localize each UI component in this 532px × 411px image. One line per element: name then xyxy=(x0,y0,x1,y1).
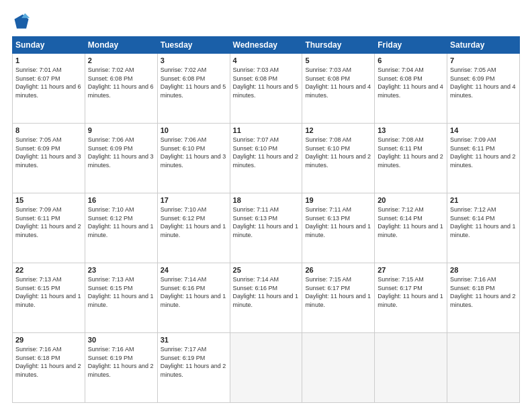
calendar-cell: 31 Sunrise: 7:17 AMSunset: 6:19 PMDaylig… xyxy=(157,333,230,403)
day-number: 17 xyxy=(161,196,227,204)
calendar-cell: 26 Sunrise: 7:15 AMSunset: 6:17 PMDaylig… xyxy=(302,263,375,333)
dow-saturday: Saturday xyxy=(447,37,520,54)
calendar-cell xyxy=(447,333,520,403)
day-info: Sunrise: 7:09 AMSunset: 6:11 PMDaylight:… xyxy=(450,136,516,169)
calendar-cell: 3 Sunrise: 7:02 AMSunset: 6:08 PMDayligh… xyxy=(157,54,230,124)
day-info: Sunrise: 7:06 AMSunset: 6:09 PMDaylight:… xyxy=(88,136,154,169)
calendar-cell: 9 Sunrise: 7:06 AMSunset: 6:09 PMDayligh… xyxy=(85,124,157,193)
day-number: 4 xyxy=(233,56,300,64)
day-info: Sunrise: 7:10 AMSunset: 6:12 PMDaylight:… xyxy=(161,206,226,238)
day-number: 31 xyxy=(161,336,227,344)
day-number: 27 xyxy=(378,266,444,274)
calendar-cell: 18 Sunrise: 7:11 AMSunset: 6:13 PMDaylig… xyxy=(230,193,302,263)
day-info: Sunrise: 7:15 AMSunset: 6:17 PMDaylight:… xyxy=(378,276,443,308)
day-info: Sunrise: 7:15 AMSunset: 6:17 PMDaylight:… xyxy=(305,276,371,308)
day-info: Sunrise: 7:03 AMSunset: 6:08 PMDaylight:… xyxy=(233,66,299,99)
day-info: Sunrise: 7:14 AMSunset: 6:16 PMDaylight:… xyxy=(233,276,299,308)
day-number: 25 xyxy=(233,266,300,274)
day-info: Sunrise: 7:02 AMSunset: 6:08 PMDaylight:… xyxy=(88,66,154,99)
logo-icon xyxy=(12,12,31,31)
day-number: 12 xyxy=(305,126,371,134)
day-number: 13 xyxy=(378,126,444,134)
day-number: 24 xyxy=(161,266,227,274)
dow-monday: Monday xyxy=(85,37,157,54)
day-number: 28 xyxy=(450,266,517,274)
calendar-cell: 1 Sunrise: 7:01 AMSunset: 6:07 PMDayligh… xyxy=(13,54,85,124)
day-number: 18 xyxy=(233,196,300,204)
calendar-cell: 4 Sunrise: 7:03 AMSunset: 6:08 PMDayligh… xyxy=(230,54,302,124)
calendar-cell: 15 Sunrise: 7:09 AMSunset: 6:11 PMDaylig… xyxy=(13,193,85,263)
calendar-cell: 13 Sunrise: 7:08 AMSunset: 6:11 PMDaylig… xyxy=(375,124,447,193)
day-number: 23 xyxy=(88,266,154,274)
calendar-week-1: 8 Sunrise: 7:05 AMSunset: 6:09 PMDayligh… xyxy=(13,124,520,193)
calendar-cell: 12 Sunrise: 7:08 AMSunset: 6:10 PMDaylig… xyxy=(302,124,375,193)
day-number: 20 xyxy=(378,196,444,204)
dow-sunday: Sunday xyxy=(13,37,85,54)
calendar-table: SundayMondayTuesdayWednesdayThursdayFrid… xyxy=(12,36,520,403)
calendar-cell: 20 Sunrise: 7:12 AMSunset: 6:14 PMDaylig… xyxy=(375,193,447,263)
day-info: Sunrise: 7:08 AMSunset: 6:10 PMDaylight:… xyxy=(305,136,371,169)
calendar-cell: 14 Sunrise: 7:09 AMSunset: 6:11 PMDaylig… xyxy=(447,124,520,193)
day-number: 16 xyxy=(88,196,154,204)
dow-friday: Friday xyxy=(375,37,447,54)
day-number: 10 xyxy=(161,126,227,134)
calendar-cell: 29 Sunrise: 7:16 AMSunset: 6:18 PMDaylig… xyxy=(13,333,85,403)
day-info: Sunrise: 7:16 AMSunset: 6:18 PMDaylight:… xyxy=(15,346,81,378)
day-info: Sunrise: 7:09 AMSunset: 6:11 PMDaylight:… xyxy=(15,206,81,238)
day-number: 3 xyxy=(161,56,227,64)
day-info: Sunrise: 7:07 AMSunset: 6:10 PMDaylight:… xyxy=(233,136,299,169)
calendar-cell: 28 Sunrise: 7:16 AMSunset: 6:18 PMDaylig… xyxy=(447,263,520,333)
page: SundayMondayTuesdayWednesdayThursdayFrid… xyxy=(0,0,532,411)
day-info: Sunrise: 7:03 AMSunset: 6:08 PMDaylight:… xyxy=(305,66,371,99)
day-info: Sunrise: 7:12 AMSunset: 6:14 PMDaylight:… xyxy=(450,206,516,238)
day-number: 9 xyxy=(88,126,154,134)
day-of-week-header: SundayMondayTuesdayWednesdayThursdayFrid… xyxy=(13,37,520,54)
day-number: 30 xyxy=(88,336,154,344)
day-number: 6 xyxy=(378,56,444,64)
day-number: 21 xyxy=(450,196,517,204)
day-number: 14 xyxy=(450,126,517,134)
calendar-cell: 10 Sunrise: 7:06 AMSunset: 6:10 PMDaylig… xyxy=(157,124,230,193)
day-number: 15 xyxy=(15,196,82,204)
day-number: 1 xyxy=(15,56,82,64)
day-number: 29 xyxy=(15,336,82,344)
dow-wednesday: Wednesday xyxy=(230,37,302,54)
calendar-body: 1 Sunrise: 7:01 AMSunset: 6:07 PMDayligh… xyxy=(13,54,520,403)
calendar-cell: 17 Sunrise: 7:10 AMSunset: 6:12 PMDaylig… xyxy=(157,193,230,263)
calendar-cell: 5 Sunrise: 7:03 AMSunset: 6:08 PMDayligh… xyxy=(302,54,375,124)
calendar-cell: 25 Sunrise: 7:14 AMSunset: 6:16 PMDaylig… xyxy=(230,263,302,333)
day-info: Sunrise: 7:13 AMSunset: 6:15 PMDaylight:… xyxy=(88,276,154,308)
day-info: Sunrise: 7:16 AMSunset: 6:19 PMDaylight:… xyxy=(88,346,154,378)
day-info: Sunrise: 7:11 AMSunset: 6:13 PMDaylight:… xyxy=(233,206,299,238)
day-info: Sunrise: 7:14 AMSunset: 6:16 PMDaylight:… xyxy=(161,276,226,308)
day-info: Sunrise: 7:08 AMSunset: 6:11 PMDaylight:… xyxy=(378,136,443,169)
day-info: Sunrise: 7:11 AMSunset: 6:13 PMDaylight:… xyxy=(305,206,371,238)
calendar-week-0: 1 Sunrise: 7:01 AMSunset: 6:07 PMDayligh… xyxy=(13,54,520,124)
dow-tuesday: Tuesday xyxy=(157,37,230,54)
day-info: Sunrise: 7:02 AMSunset: 6:08 PMDaylight:… xyxy=(161,66,226,99)
dow-thursday: Thursday xyxy=(302,37,375,54)
day-number: 19 xyxy=(305,196,371,204)
calendar-cell xyxy=(375,333,447,403)
calendar-cell xyxy=(302,333,375,403)
calendar-cell xyxy=(230,333,302,403)
day-info: Sunrise: 7:05 AMSunset: 6:09 PMDaylight:… xyxy=(15,136,81,169)
calendar-cell: 30 Sunrise: 7:16 AMSunset: 6:19 PMDaylig… xyxy=(85,333,157,403)
day-number: 11 xyxy=(233,126,300,134)
calendar-cell: 2 Sunrise: 7:02 AMSunset: 6:08 PMDayligh… xyxy=(85,54,157,124)
calendar-cell: 7 Sunrise: 7:05 AMSunset: 6:09 PMDayligh… xyxy=(447,54,520,124)
calendar-cell: 24 Sunrise: 7:14 AMSunset: 6:16 PMDaylig… xyxy=(157,263,230,333)
header xyxy=(12,12,520,31)
day-number: 26 xyxy=(305,266,371,274)
day-info: Sunrise: 7:16 AMSunset: 6:18 PMDaylight:… xyxy=(450,276,516,308)
day-info: Sunrise: 7:17 AMSunset: 6:19 PMDaylight:… xyxy=(161,346,226,378)
calendar-cell: 11 Sunrise: 7:07 AMSunset: 6:10 PMDaylig… xyxy=(230,124,302,193)
day-info: Sunrise: 7:04 AMSunset: 6:08 PMDaylight:… xyxy=(378,66,443,99)
calendar-cell: 19 Sunrise: 7:11 AMSunset: 6:13 PMDaylig… xyxy=(302,193,375,263)
day-number: 8 xyxy=(15,126,82,134)
calendar-cell: 22 Sunrise: 7:13 AMSunset: 6:15 PMDaylig… xyxy=(13,263,85,333)
calendar-cell: 23 Sunrise: 7:13 AMSunset: 6:15 PMDaylig… xyxy=(85,263,157,333)
calendar-week-2: 15 Sunrise: 7:09 AMSunset: 6:11 PMDaylig… xyxy=(13,193,520,263)
calendar-week-4: 29 Sunrise: 7:16 AMSunset: 6:18 PMDaylig… xyxy=(13,333,520,403)
day-info: Sunrise: 7:01 AMSunset: 6:07 PMDaylight:… xyxy=(15,66,81,99)
